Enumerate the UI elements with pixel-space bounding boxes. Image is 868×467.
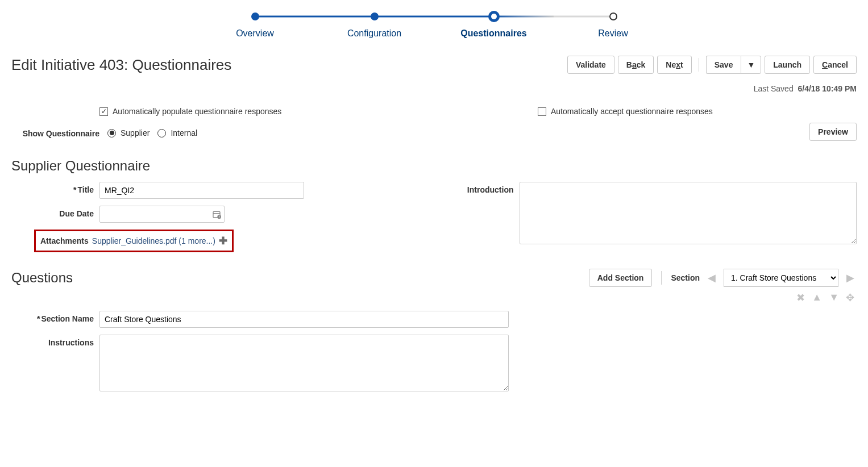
save-menu-button[interactable]: ▼ bbox=[741, 56, 761, 74]
circle-icon bbox=[251, 12, 259, 20]
auto-populate-option[interactable]: Automatically populate questionnaire res… bbox=[11, 107, 418, 116]
launch-button[interactable]: Launch bbox=[765, 56, 810, 74]
section-mini-toolbar: ✖ ▲ ▼ ✥ bbox=[11, 291, 857, 304]
save-button[interactable]: Save bbox=[706, 56, 741, 74]
section-select-wrap: 1. Craft Store Questions bbox=[724, 269, 838, 287]
move-down-icon[interactable]: ▼ bbox=[829, 291, 839, 304]
train-step-questionnaires[interactable]: Questionnaires bbox=[434, 10, 554, 39]
circle-icon bbox=[609, 12, 617, 20]
validate-button[interactable]: Validate bbox=[567, 56, 614, 74]
checkbox-unchecked-icon[interactable] bbox=[538, 107, 546, 116]
page-title: Edit Initiative 403: Questionnaires bbox=[11, 56, 231, 74]
show-questionnaire-radio-group: Supplier Internal bbox=[107, 128, 197, 137]
train-label: Overview bbox=[236, 28, 274, 39]
train-label: Questionnaires bbox=[460, 28, 526, 39]
supplier-questionnaire-heading: Supplier Questionnaire bbox=[11, 158, 857, 174]
questions-heading: Questions bbox=[11, 270, 73, 286]
train-step-review[interactable]: Review bbox=[554, 10, 673, 39]
add-section-button[interactable]: Add Section bbox=[589, 269, 653, 287]
cancel-button[interactable]: Cancel bbox=[813, 56, 857, 74]
prev-section-icon[interactable]: ◀ bbox=[705, 272, 718, 284]
attachments-highlight: Attachments Supplier_Guidelines.pdf (1 m… bbox=[34, 230, 234, 252]
introduction-label: Introduction bbox=[451, 182, 520, 194]
save-split-button: Save ▼ bbox=[706, 56, 762, 74]
radio-selected-icon bbox=[107, 129, 116, 137]
move-icon[interactable]: ✥ bbox=[846, 291, 854, 304]
last-saved: Last Saved 6/4/18 10:49 PM bbox=[11, 84, 857, 93]
section-name-input[interactable] bbox=[99, 311, 509, 328]
preview-button[interactable]: Preview bbox=[809, 123, 857, 141]
calendar-icon[interactable] bbox=[212, 210, 221, 219]
due-date-label: Due Date bbox=[11, 206, 99, 218]
action-toolbar: Validate Back Next Save ▼ Launch Cancel bbox=[567, 56, 857, 74]
radio-supplier[interactable]: Supplier bbox=[107, 128, 149, 137]
due-date-input[interactable] bbox=[99, 206, 225, 223]
next-button[interactable]: Next bbox=[657, 56, 691, 74]
radio-icon bbox=[157, 129, 166, 137]
attachments-label: Attachments bbox=[40, 236, 89, 245]
section-select[interactable]: 1. Craft Store Questions bbox=[724, 269, 838, 286]
move-up-icon[interactable]: ▲ bbox=[812, 291, 822, 304]
instructions-textarea[interactable] bbox=[99, 335, 509, 391]
train-step-configuration[interactable]: Configuration bbox=[315, 10, 434, 39]
close-icon[interactable]: ✖ bbox=[796, 291, 805, 304]
next-section-icon[interactable]: ▶ bbox=[844, 272, 857, 284]
radio-internal[interactable]: Internal bbox=[157, 128, 197, 137]
train-step-overview[interactable]: Overview bbox=[196, 10, 315, 39]
section-label: Section bbox=[671, 273, 700, 282]
auto-accept-option[interactable]: Automatically accept questionnaire respo… bbox=[452, 107, 857, 116]
circle-icon bbox=[371, 12, 379, 20]
back-button[interactable]: Back bbox=[618, 56, 654, 74]
section-name-label: *Section Name bbox=[11, 311, 99, 323]
introduction-textarea[interactable] bbox=[520, 182, 857, 244]
title-input[interactable] bbox=[99, 182, 304, 199]
train-label: Configuration bbox=[347, 28, 401, 39]
title-label: *Title bbox=[11, 182, 99, 194]
instructions-label: Instructions bbox=[11, 335, 99, 347]
attachments-link[interactable]: Supplier_Guidelines.pdf (1 more...) bbox=[92, 236, 215, 245]
train-label: Review bbox=[598, 28, 628, 39]
show-questionnaire-label: Show Questionnaire bbox=[11, 128, 99, 139]
plus-icon[interactable]: ✚ bbox=[219, 235, 227, 247]
circle-icon bbox=[488, 11, 500, 22]
checkbox-checked-icon[interactable] bbox=[99, 107, 108, 116]
progress-train: Overview Configuration Questionnaires Re… bbox=[11, 0, 857, 44]
